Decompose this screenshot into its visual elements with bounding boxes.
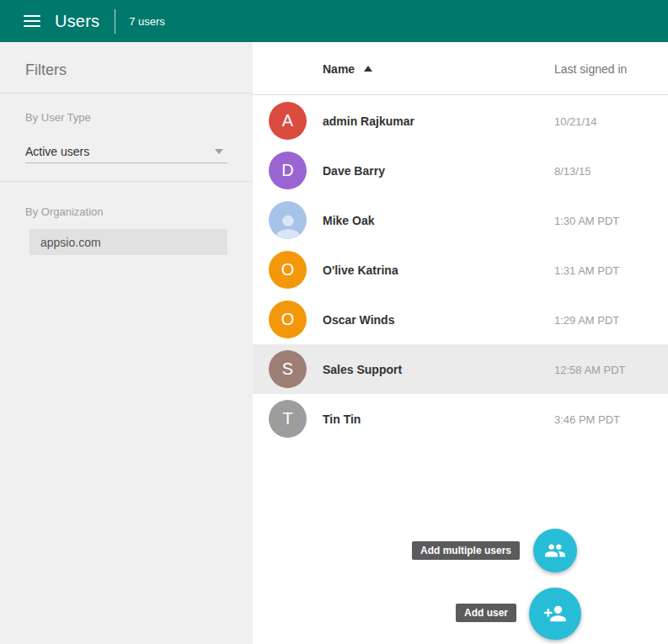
hamburger-bar (24, 25, 40, 27)
chevron-down-icon (215, 149, 223, 154)
user-type-filter-label: By User Type (25, 111, 91, 124)
avatar-initial: D (281, 161, 293, 180)
add-multiple-users-tooltip: Add multiple users (412, 541, 520, 560)
sidebar-divider (0, 93, 253, 93)
user-name: Mike Oak (323, 214, 374, 227)
table-row[interactable]: D Dave Barry 8/13/15 (253, 146, 668, 195)
group-icon (544, 540, 566, 562)
last-signed-in: 1:31 AM PDT (554, 263, 619, 276)
user-name: Oscar Winds (323, 313, 394, 327)
add-user-button[interactable] (529, 588, 581, 640)
hamburger-bar (24, 20, 40, 22)
avatar: A (269, 102, 307, 140)
avatar: S (269, 350, 307, 388)
avatar-initial: O (281, 310, 295, 329)
avatar-initial: S (282, 359, 293, 379)
name-column-header[interactable]: Name (323, 42, 372, 95)
sidebar-divider (0, 181, 253, 182)
avatar: D (269, 152, 307, 189)
page-title: Users (55, 12, 99, 31)
add-multiple-users-button[interactable] (533, 529, 577, 572)
last-signed-in: 1:29 AM PDT (554, 313, 619, 326)
avatar: O (269, 301, 307, 338)
avatar-initial: A (282, 111, 293, 130)
users-admin-page: Users 7 users Filters By User Type Activ… (0, 0, 668, 644)
table-row[interactable]: T Tin Tin 3:46 PM PDT (253, 394, 668, 444)
sort-asc-icon (364, 66, 372, 72)
table-row[interactable]: S Sales Support 12:58 AM PDT (253, 344, 668, 394)
hamburger-bar (24, 15, 40, 17)
avatar: T (269, 400, 307, 438)
app-header: Users 7 users (0, 0, 668, 42)
table-row[interactable]: O O'live Katrina 1:31 AM PDT (253, 245, 668, 295)
table-row[interactable]: Mike Oak 1:30 AM PDT (253, 195, 668, 245)
person-add-icon (543, 602, 567, 625)
last-signed-in: 1:30 AM PDT (554, 214, 619, 226)
last-signed-in: 8/13/15 (554, 164, 591, 177)
title-divider (115, 9, 115, 34)
filters-sidebar: Filters By User Type Active users By Org… (0, 42, 253, 644)
avatar (269, 201, 307, 239)
last-signed-in: 12:58 AM PDT (554, 363, 626, 375)
user-name: Tin Tin (323, 412, 361, 426)
table-row[interactable]: A admin Rajkumar 10/21/14 (253, 96, 668, 146)
avatar-initial: T (282, 409, 292, 428)
user-name: Sales Support (323, 363, 402, 376)
user-type-select[interactable]: Active users (25, 140, 227, 163)
table-row[interactable]: O Oscar Winds 1:29 AM PDT (253, 295, 668, 344)
organization-input[interactable] (29, 229, 227, 255)
avatar: O (269, 251, 307, 289)
add-user-tooltip: Add user (456, 604, 516, 622)
user-name: O'live Katrina (323, 263, 398, 277)
name-column-label: Name (323, 62, 355, 76)
avatar-initial: O (281, 260, 295, 279)
filters-title: Filters (25, 61, 67, 79)
user-rows: A admin Rajkumar 10/21/14 D Dave Barry 8… (253, 96, 668, 444)
user-name: admin Rajkumar (323, 114, 414, 128)
last-signed-in: 10/21/14 (554, 114, 597, 127)
table-header: Name Last signed in (253, 42, 668, 95)
user-count-label: 7 users (129, 15, 165, 28)
last-signed-in: 3:46 PM PDT (554, 412, 620, 425)
user-name: Dave Barry (323, 164, 385, 178)
organization-filter-label: By Organization (25, 205, 104, 218)
hamburger-menu-icon[interactable] (24, 15, 40, 27)
person-icon (271, 210, 305, 240)
last-signed-in-column-header[interactable]: Last signed in (554, 42, 627, 95)
user-type-select-value: Active users (25, 145, 89, 158)
